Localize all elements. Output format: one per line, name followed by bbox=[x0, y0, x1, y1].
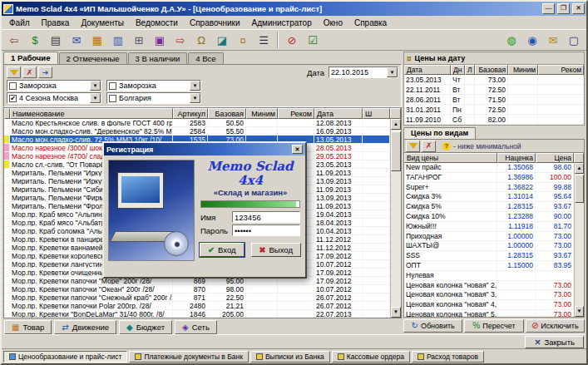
toolbar-button[interactable]: ✉ bbox=[543, 31, 563, 49]
close-button[interactable]: ✕ Закрыть bbox=[525, 336, 584, 348]
panel-button[interactable]: ▦ Товар bbox=[4, 320, 52, 334]
chevron-down-icon[interactable]: ▼ bbox=[90, 93, 101, 103]
toolbar-button[interactable]: ◍ bbox=[502, 31, 521, 49]
vertical-scrollbar[interactable]: ▲ ▼ bbox=[574, 163, 584, 317]
filter-combo[interactable]: 4 Сезона Москва ▼ bbox=[7, 92, 101, 104]
price-type-row[interactable]: Ценовая колонка "новая" 2, руб 73.00 bbox=[404, 281, 574, 291]
password-field[interactable] bbox=[232, 224, 300, 236]
column-header-date[interactable]: Дата bbox=[314, 108, 363, 119]
table-row[interactable]: Мор.пр. Креветки папочки "Океан" 200г /2… bbox=[4, 285, 390, 293]
price-type-row[interactable]: Нулевая bbox=[404, 271, 574, 281]
price-type-row[interactable]: Ценовая колонка "новая" 3, руб 73.00 bbox=[404, 290, 574, 300]
filter-checkbox[interactable] bbox=[109, 95, 116, 102]
chevron-down-icon[interactable]: ▼ bbox=[387, 67, 398, 77]
price-type-row[interactable]: ШАХТЫ@ 1.00000 73.00 bbox=[404, 241, 574, 251]
maximize-button[interactable]: ❐ bbox=[557, 3, 570, 14]
menu-item[interactable]: Справка bbox=[348, 17, 393, 28]
toolbar-button[interactable]: ⊞ bbox=[129, 31, 149, 49]
chevron-down-icon[interactable]: ▼ bbox=[190, 81, 200, 91]
filter-combo[interactable]: Болгария ▼ bbox=[106, 92, 201, 104]
price-type-row[interactable]: ТАГАНРОГ 1.36986 100.00 bbox=[404, 173, 574, 183]
price-type-row[interactable]: New прайс 1.35068 98.60 bbox=[404, 163, 574, 173]
toolbar-button[interactable]: ☰ bbox=[254, 31, 274, 49]
vertical-scrollbar[interactable]: ▲ ▼ bbox=[390, 119, 401, 318]
clear-filter-icon[interactable]: ✗ bbox=[422, 141, 436, 152]
filter-icon[interactable] bbox=[406, 141, 420, 152]
pt-col-markup[interactable]: Наценка bbox=[497, 153, 536, 163]
table-row[interactable]: Масло мон.сладко-слив. "Деревенское" 82.… bbox=[4, 127, 390, 136]
toolbar-button[interactable]: ◪ bbox=[212, 31, 232, 49]
date-input[interactable]: 22.10.2015 ▼ bbox=[329, 67, 398, 78]
price-type-row[interactable]: Приходная 1.00000 73.00 bbox=[404, 232, 574, 242]
toolbar-button[interactable]: ▤ bbox=[46, 31, 66, 49]
filter-icon[interactable] bbox=[7, 67, 21, 78]
toolbar-button[interactable]: ▥ bbox=[108, 31, 128, 49]
taskbar-item[interactable]: Ценообразование и прайс-лист bbox=[3, 351, 127, 363]
table-row[interactable]: Мор.пр. Креветки папочки Polar 200гр. /2… bbox=[4, 302, 390, 310]
product-tab[interactable]: 3 В наличии bbox=[128, 52, 188, 64]
toolbar-button[interactable]: ¤ bbox=[233, 31, 253, 49]
toolbar-button[interactable]: $ bbox=[25, 31, 45, 49]
name-field[interactable] bbox=[232, 211, 300, 223]
taskbar-item[interactable]: Выписки из Банка bbox=[250, 351, 330, 363]
menu-item[interactable]: Окно bbox=[318, 17, 348, 28]
logout-button[interactable]: ✖ Выход bbox=[251, 243, 301, 257]
menu-item[interactable]: Документы bbox=[75, 17, 130, 28]
column-header-base[interactable]: Базовая bbox=[208, 108, 246, 119]
pd-col-date[interactable]: Дата bbox=[404, 65, 451, 75]
price-type-row[interactable]: Скидка 10% 1.23288 90.00 bbox=[404, 212, 574, 222]
price-date-row[interactable]: 11.09.2010 Сб 82.00 bbox=[404, 115, 584, 125]
product-tab[interactable]: 1 Рабочие bbox=[3, 52, 58, 64]
dialog-titlebar[interactable]: Регистрация ✕ bbox=[104, 143, 305, 155]
apply-filter-icon[interactable]: ➔ bbox=[38, 67, 52, 78]
panel-button[interactable]: ◆ Бюджет bbox=[119, 320, 172, 334]
price-type-row[interactable]: ОПТ 1.15000 83.95 bbox=[404, 261, 574, 271]
menu-item[interactable]: Ведомости bbox=[130, 17, 184, 28]
toolbar-button[interactable]: ☑ bbox=[303, 31, 323, 49]
menu-item[interactable]: Администратор bbox=[246, 17, 318, 28]
chevron-down-icon[interactable]: ▼ bbox=[90, 81, 101, 91]
taskbar-item[interactable]: Расход товаров bbox=[412, 351, 484, 363]
minimize-button[interactable]: — bbox=[542, 3, 555, 14]
chevron-down-icon[interactable]: ▼ bbox=[190, 93, 200, 103]
pd-col-rec[interactable]: Реком bbox=[538, 65, 584, 75]
price-type-row[interactable]: Ценовая колонка "новая" 4, руб 73.00 bbox=[404, 300, 574, 310]
scroll-up-icon[interactable]: ▲ bbox=[575, 163, 584, 174]
pd-col-day[interactable]: Дн bbox=[451, 65, 465, 75]
panel-button[interactable]: ⇄ Движение bbox=[54, 320, 116, 334]
titlebar[interactable]: Memo Sclad 4x4 «ИП Малышойченко Д.А.У» -… bbox=[2, 2, 586, 16]
tab-prices-by-type[interactable]: Цены по видам bbox=[403, 127, 476, 139]
column-header-marker[interactable] bbox=[4, 108, 10, 119]
price-date-row[interactable]: 31.01.2011 Пн 72.50 bbox=[404, 105, 584, 115]
menu-item[interactable]: Правка bbox=[36, 17, 76, 28]
price-action-button[interactable]: ↻ Обновить bbox=[403, 319, 462, 333]
price-date-row[interactable]: 23.05.2013 Чт 73.00 bbox=[404, 75, 584, 85]
product-tab[interactable]: 4 Все bbox=[188, 52, 223, 64]
table-row[interactable]: Масло Крестьянское слив. в фольге ГОСТ 4… bbox=[4, 119, 390, 127]
pd-col-min[interactable]: Миним bbox=[508, 65, 538, 75]
toolbar-button[interactable]: ▣ bbox=[150, 31, 170, 49]
price-type-row[interactable]: Ценовая колонка "новая" 5, руб 73.00 bbox=[404, 310, 574, 317]
column-header-name[interactable]: Наименование bbox=[10, 108, 173, 119]
price-date-row[interactable]: 28.06.2011 Вт 71.50 bbox=[404, 95, 584, 105]
filter-checkbox[interactable] bbox=[9, 95, 17, 102]
scroll-thumb[interactable] bbox=[575, 175, 584, 203]
column-header-rec[interactable]: Реком bbox=[278, 108, 314, 119]
taskbar-item[interactable]: Кассовые ордера bbox=[332, 351, 410, 363]
taskbar-item[interactable]: Платежные документы в Банк bbox=[129, 351, 249, 363]
pt-col-type[interactable]: Вид цены bbox=[404, 153, 497, 163]
close-window-button[interactable]: ✕ bbox=[572, 3, 585, 14]
price-type-row[interactable]: Super+ 1.36822 99.88 bbox=[404, 183, 574, 193]
scroll-track[interactable] bbox=[575, 174, 584, 306]
filter-combo[interactable]: Заморозка ▼ bbox=[106, 80, 201, 91]
filter-checkbox[interactable] bbox=[109, 82, 116, 90]
price-action-button[interactable]: % Пересчет bbox=[464, 319, 523, 333]
scroll-down-icon[interactable]: ▼ bbox=[391, 307, 401, 318]
toolbar-button[interactable]: ▢ bbox=[564, 31, 584, 49]
filter-checkbox[interactable] bbox=[9, 82, 17, 90]
scroll-thumb[interactable] bbox=[391, 131, 401, 171]
toolbar-button[interactable]: ✉ bbox=[67, 31, 86, 49]
column-header-min[interactable]: Миним bbox=[246, 108, 278, 119]
filter-combo[interactable]: Заморозка ▼ bbox=[7, 80, 101, 91]
price-type-row[interactable]: Южный!!! 1.11918 81.70 bbox=[404, 222, 574, 232]
